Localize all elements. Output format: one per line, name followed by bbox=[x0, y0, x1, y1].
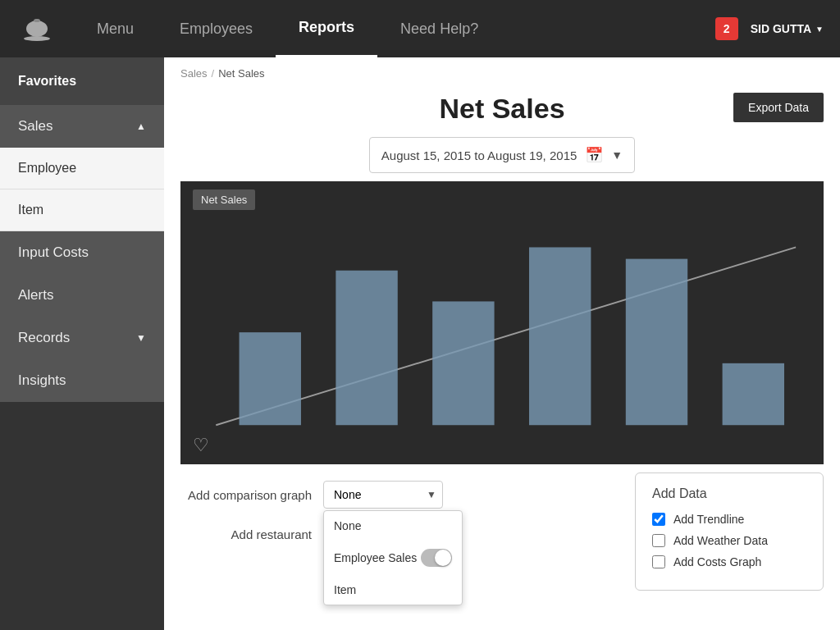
legend-net-sales: Net Sales bbox=[193, 189, 255, 210]
date-picker-arrow: ▼ bbox=[611, 148, 623, 162]
nav-reports[interactable]: Reports bbox=[276, 0, 377, 57]
sidebar-sales[interactable]: Sales ▲ bbox=[0, 105, 164, 148]
breadcrumb-separator: / bbox=[212, 67, 215, 80]
option-none[interactable]: None bbox=[324, 511, 462, 541]
page-title: Net Sales bbox=[180, 93, 824, 125]
sidebar-records-label: Records bbox=[18, 330, 70, 346]
sidebar-alerts[interactable]: Alerts bbox=[0, 274, 164, 317]
comparison-select-wrapper: None Employee Sales Item ▼ None Employee… bbox=[323, 481, 443, 509]
nav-menu[interactable]: Menu bbox=[74, 0, 157, 57]
sidebar-insights-label: Insights bbox=[18, 372, 66, 389]
sidebar-insights[interactable]: Insights bbox=[0, 359, 164, 402]
date-picker[interactable]: August 15, 2015 to August 19, 2015 📅 ▼ bbox=[369, 137, 635, 173]
comparison-section: Add comparison graph None Employee Sales… bbox=[180, 481, 443, 548]
app-logo bbox=[16, 12, 57, 45]
date-picker-row: August 15, 2015 to August 19, 2015 📅 ▼ bbox=[164, 137, 840, 173]
weather-row: Add Weather Data bbox=[652, 534, 806, 547]
sidebar-records-chevron: ▼ bbox=[136, 332, 146, 344]
sidebar-input-costs-label: Input Costs bbox=[18, 244, 89, 261]
comparison-row: Add comparison graph None Employee Sales… bbox=[180, 481, 443, 509]
chart-legend: Net Sales bbox=[193, 189, 255, 210]
option-employee-sales[interactable]: Employee Sales bbox=[324, 541, 462, 575]
svg-rect-9 bbox=[626, 259, 687, 426]
bottom-controls: Add comparison graph None Employee Sales… bbox=[164, 464, 840, 564]
trendline-label: Add Trendline bbox=[673, 513, 744, 526]
chart-svg bbox=[193, 194, 811, 448]
trendline-row: Add Trendline bbox=[652, 513, 806, 526]
nav-employees[interactable]: Employees bbox=[157, 0, 276, 57]
content-area: Sales / Net Sales Net Sales Export Data … bbox=[164, 57, 840, 630]
add-data-title: Add Data bbox=[652, 486, 806, 501]
costs-row: Add Costs Graph bbox=[652, 555, 806, 568]
employee-sales-toggle[interactable] bbox=[421, 549, 452, 567]
breadcrumb-parent[interactable]: Sales bbox=[180, 67, 208, 80]
toggle-knob bbox=[435, 550, 451, 566]
option-item[interactable]: Item bbox=[324, 575, 462, 605]
sidebar-input-costs[interactable]: Input Costs bbox=[0, 231, 164, 274]
svg-point-3 bbox=[34, 19, 40, 22]
notification-badge[interactable]: 2 bbox=[715, 17, 738, 40]
date-range-value: August 15, 2015 to August 19, 2015 bbox=[381, 148, 578, 162]
nav-help[interactable]: Need Help? bbox=[377, 0, 501, 57]
calendar-icon: 📅 bbox=[585, 146, 603, 164]
top-navigation: Menu Employees Reports Need Help? 2 SID … bbox=[0, 0, 840, 57]
svg-rect-5 bbox=[240, 332, 301, 425]
breadcrumb: Sales / Net Sales bbox=[164, 57, 840, 84]
trendline-checkbox[interactable] bbox=[652, 513, 665, 526]
user-menu[interactable]: SID GUTTA ▼ bbox=[751, 22, 824, 35]
sidebar-sales-label: Sales bbox=[18, 118, 53, 135]
svg-rect-10 bbox=[723, 363, 784, 425]
nav-right: 2 SID GUTTA ▼ bbox=[715, 17, 824, 40]
svg-rect-6 bbox=[336, 271, 397, 426]
weather-label: Add Weather Data bbox=[673, 534, 768, 547]
costs-checkbox[interactable] bbox=[652, 555, 665, 568]
add-data-panel: Add Data Add Trendline Add Weather Data … bbox=[635, 472, 824, 591]
breadcrumb-current: Net Sales bbox=[218, 67, 264, 80]
comparison-label: Add comparison graph bbox=[180, 488, 312, 502]
comparison-select[interactable]: None Employee Sales Item bbox=[323, 481, 443, 509]
sidebar: Favorites Sales ▲ Employee Item Input Co… bbox=[0, 57, 164, 630]
svg-rect-8 bbox=[529, 247, 591, 425]
sidebar-sales-chevron: ▲ bbox=[136, 121, 146, 132]
svg-rect-7 bbox=[432, 301, 494, 425]
sidebar-favorites[interactable]: Favorites bbox=[0, 57, 164, 105]
main-layout: Favorites Sales ▲ Employee Item Input Co… bbox=[0, 57, 840, 630]
comparison-dropdown: None Employee Sales Item bbox=[323, 510, 463, 605]
sidebar-employee[interactable]: Employee bbox=[0, 148, 164, 189]
chart-area: Net Sales ♡ bbox=[180, 181, 824, 464]
nav-links: Menu Employees Reports Need Help? bbox=[74, 0, 715, 57]
export-button[interactable]: Export Data bbox=[733, 93, 824, 122]
sidebar-records[interactable]: Records ▼ bbox=[0, 317, 164, 359]
svg-line-4 bbox=[216, 247, 796, 425]
weather-checkbox[interactable] bbox=[652, 534, 665, 547]
user-menu-caret: ▼ bbox=[815, 25, 824, 34]
costs-label: Add Costs Graph bbox=[673, 555, 761, 568]
favorite-icon[interactable]: ♡ bbox=[193, 435, 209, 456]
sidebar-alerts-label: Alerts bbox=[18, 287, 53, 304]
page-header: Net Sales Export Data bbox=[164, 84, 840, 137]
sidebar-item[interactable]: Item bbox=[0, 189, 164, 231]
restaurant-label: Add restaurant bbox=[180, 527, 312, 541]
